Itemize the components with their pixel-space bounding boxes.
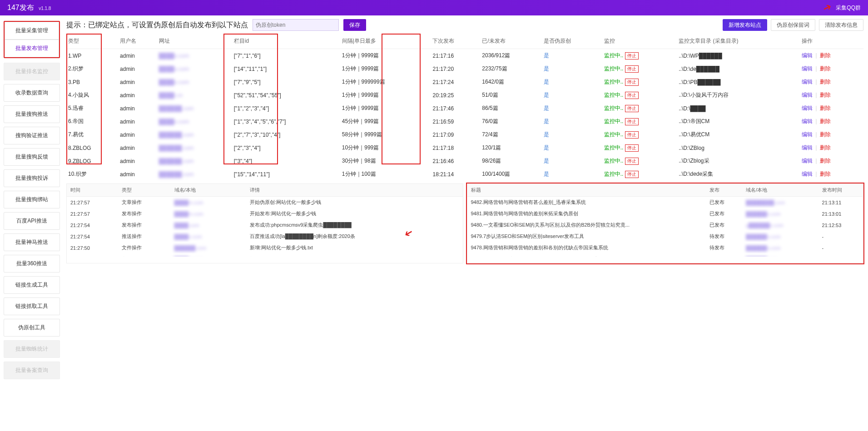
- log-row: 21:27:57文章操作████m.com开始伪原创:网站优化一般多少钱: [67, 197, 463, 208]
- edit-link[interactable]: 编辑: [802, 171, 813, 177]
- cell-colid: ["52","51","54","55"]: [232, 89, 340, 102]
- edit-link[interactable]: 编辑: [802, 144, 813, 151]
- cell-fake: 是: [542, 168, 602, 181]
- cell-monitor: 监控中..停止: [602, 154, 677, 168]
- stop-button[interactable]: 停止: [625, 158, 639, 165]
- col-header: 网址: [157, 34, 232, 49]
- edit-link[interactable]: 编辑: [802, 158, 813, 164]
- cell-type: 10.织梦: [66, 168, 118, 181]
- col-header: 用户名: [118, 34, 157, 49]
- sidebar-item-4[interactable]: 批量搜狗反馈: [4, 148, 60, 166]
- delete-link[interactable]: 删除: [820, 79, 831, 85]
- delete-link[interactable]: 删除: [820, 144, 831, 151]
- sidebar-item-9[interactable]: 批量360推送: [4, 255, 60, 272]
- cell-url: ██████.com: [157, 168, 232, 181]
- delete-link[interactable]: 删除: [820, 105, 831, 111]
- sidebar-item-3[interactable]: 搜狗验证推送: [4, 127, 60, 144]
- cell-fake: 是: [542, 89, 602, 102]
- delete-link[interactable]: 删除: [820, 92, 831, 98]
- table-row: 5.迅睿admin██████.com["1","2","3","4"]1分钟｜…: [66, 102, 863, 115]
- clear-info-button[interactable]: 清除发布信息: [819, 19, 863, 31]
- cell-next: 21:17:16: [431, 49, 480, 63]
- stop-button[interactable]: 停止: [625, 131, 639, 139]
- edit-link[interactable]: 编辑: [802, 131, 813, 138]
- table-row: 3.PBadmin████o.com["7","9","5"]1分钟｜99999…: [66, 75, 863, 89]
- sidebar-item-7[interactable]: 百度API推送: [4, 212, 60, 230]
- stop-button[interactable]: 停止: [625, 171, 639, 178]
- scrollbar-x[interactable]: [467, 257, 863, 263]
- log-row: 21:27:54发布操作████.com发布成功:phpcmscmsv9采集爬虫…: [67, 219, 463, 231]
- log-row: 9479.7步认清SEO和SEM的区别siteserver发布工具待发布████…: [467, 231, 863, 242]
- log-col: 域名/本地: [742, 184, 818, 197]
- cell-url: ██████.com: [157, 154, 232, 168]
- col-header: 操作: [800, 34, 863, 49]
- cell-pub: 100/1400篇: [480, 168, 542, 181]
- cell-url: ██████.com: [157, 128, 232, 141]
- sites-table: 类型用户名网址栏目id间隔|单日最多下次发布已/未发布是否伪原创监控监控文章目录…: [66, 34, 863, 181]
- cell-interval: 58分钟｜9999篇: [340, 128, 431, 141]
- cell-dir: ..\D:\Zblog采: [677, 154, 800, 168]
- stop-button[interactable]: 停止: [625, 65, 639, 73]
- cell-pub: 120/1篇: [480, 141, 542, 154]
- log-col: 发布: [706, 184, 742, 197]
- sidebar-collect-mgmt[interactable]: 批量采集管理: [5, 22, 59, 40]
- sidebar-item-8[interactable]: 批量神马推送: [4, 233, 60, 251]
- sidebar-item-6[interactable]: 批量搜狗绑站: [4, 191, 60, 208]
- cell-monitor: 监控中..停止: [602, 168, 677, 181]
- stop-button[interactable]: 停止: [625, 52, 639, 59]
- sidebar-item-11[interactable]: 链接抓取工具: [4, 297, 60, 315]
- delete-link[interactable]: 删除: [820, 131, 831, 138]
- stop-button[interactable]: 停止: [625, 79, 639, 86]
- stop-button[interactable]: 停止: [625, 144, 639, 152]
- cell-pub: 2036/912篇: [480, 49, 542, 63]
- stop-button[interactable]: 停止: [625, 118, 639, 125]
- edit-link[interactable]: 编辑: [802, 118, 813, 124]
- cell-fake: 是: [542, 75, 602, 89]
- cell-dir: ..\D:\de██████: [677, 62, 800, 75]
- sidebar-item-1[interactable]: 收录数据查询: [4, 84, 60, 102]
- cell-url: ████o.com: [157, 62, 232, 75]
- edit-link[interactable]: 编辑: [802, 52, 813, 59]
- sidebar-item-2[interactable]: 批量搜狗推送: [4, 105, 60, 123]
- sidebar-publish-mgmt[interactable]: 批量发布管理: [5, 40, 59, 57]
- log-row: 21:27:50文件操作██████.com新增:网站优化一般多少钱.txt: [67, 242, 463, 253]
- log-panel-left: ➔ 时间类型域名/本地详情 21:27:57文章操作████m.com开始伪原创…: [66, 183, 463, 263]
- delete-link[interactable]: 删除: [820, 171, 831, 177]
- cell-colid: ["2","3","4"]: [232, 141, 340, 154]
- cell-type: 2.织梦: [66, 62, 118, 75]
- sidebar-item-5[interactable]: 批量搜狗投诉: [4, 169, 60, 187]
- edit-link[interactable]: 编辑: [802, 79, 813, 85]
- delete-link[interactable]: 删除: [820, 52, 831, 59]
- keep-words-button[interactable]: 伪原创保留词: [771, 19, 815, 31]
- cell-ops: 编辑｜删除: [800, 141, 863, 154]
- edit-link[interactable]: 编辑: [802, 92, 813, 98]
- stop-button[interactable]: 停止: [625, 92, 639, 99]
- log-col: 发布时间: [818, 184, 863, 197]
- token-input[interactable]: [253, 19, 339, 31]
- sidebar-item-10[interactable]: 链接生成工具: [4, 276, 60, 294]
- scrollbar-x[interactable]: [67, 257, 463, 263]
- add-site-button[interactable]: 新增发布站点: [723, 19, 767, 31]
- edit-link[interactable]: 编辑: [802, 65, 813, 72]
- delete-link[interactable]: 删除: [820, 118, 831, 124]
- log-row: 9477.SEO和SEM之间的区别和优劣势有哪些_站群发布千万数据已发布████…: [467, 253, 863, 257]
- edit-link[interactable]: 编辑: [802, 105, 813, 111]
- sidebar-group-highlight: 批量采集管理 批量发布管理: [4, 21, 60, 58]
- table-row: 6.帝国admin████o.com["1","3","4","5","6","…: [66, 115, 863, 128]
- stop-button[interactable]: 停止: [625, 105, 639, 112]
- qq-link[interactable]: 采集QQ群: [836, 4, 861, 12]
- cell-monitor: 监控中..停止: [602, 128, 677, 141]
- cell-colid: ["2","7","3","10","4"]: [232, 128, 340, 141]
- cell-user: admin: [118, 89, 157, 102]
- delete-link[interactable]: 删除: [820, 158, 831, 164]
- brand-name: 147发布: [7, 4, 34, 11]
- cell-type: 5.迅睿: [66, 102, 118, 115]
- sidebar: 批量采集管理 批量发布管理 批量排名监控收录数据查询批量搜狗推送搜狗验证推送批量…: [0, 15, 64, 388]
- brand: 147发布 v1.1.8: [7, 3, 51, 13]
- save-button[interactable]: 保存: [343, 19, 366, 31]
- sidebar-item-12[interactable]: 伪原创工具: [4, 319, 60, 337]
- cell-colid: ["7","9","5"]: [232, 75, 340, 89]
- brand-version: v1.1.8: [39, 6, 51, 11]
- delete-link[interactable]: 删除: [820, 65, 831, 72]
- col-header: 下次发布: [431, 34, 480, 49]
